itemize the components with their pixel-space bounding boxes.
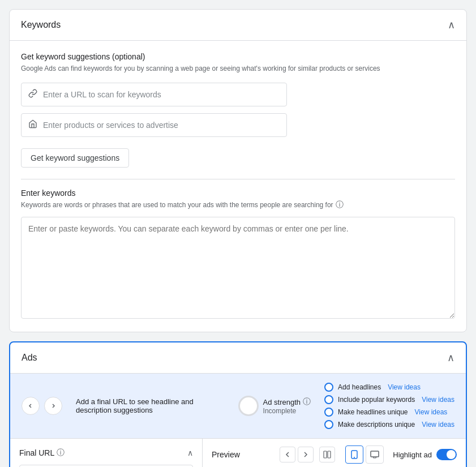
get-suggestions-button[interactable]: Get keyword suggestions — [21, 148, 129, 168]
view-ideas-link-2[interactable]: View ideas — [422, 396, 454, 404]
ads-inner-bar: Add a final URL to see headline and desc… — [10, 374, 466, 439]
preview-header: Preview — [212, 445, 457, 464]
svg-point-3 — [354, 457, 355, 458]
preview-prev-button[interactable] — [280, 447, 295, 462]
ad-strength-circle — [238, 396, 259, 416]
ads-headline-message: Add a final URL to see headline and desc… — [76, 397, 225, 414]
suggestion-item-1: Add headlines View ideas — [324, 383, 454, 392]
suggestion-radio-1 — [324, 383, 333, 392]
suggestion-item-3: Make headlines unique View ideas — [324, 408, 454, 417]
ad-strength-info: Ad strength ⓘ Incomplete — [263, 397, 311, 415]
url-input-wrapper — [21, 83, 287, 106]
svg-rect-1 — [328, 451, 331, 458]
ads-navigation — [22, 397, 62, 415]
highlight-toggle: Highlight ad — [393, 449, 457, 460]
suggestion-text-1: Add headlines — [338, 383, 381, 391]
suggestion-text-4: Make descriptions unique — [338, 421, 415, 429]
preview-nav — [280, 447, 314, 462]
suggestion-radio-2 — [324, 395, 333, 404]
store-icon — [28, 119, 37, 131]
keywords-section: Keywords ∧ Get keyword suggestions (opti… — [9, 9, 467, 332]
nav-prev-button[interactable] — [22, 397, 40, 415]
view-ideas-link-3[interactable]: View ideas — [415, 408, 448, 416]
products-input-wrapper — [21, 113, 287, 137]
ads-bottom: Final URL ⓘ ∧ This will be used to sugge… — [10, 439, 466, 467]
optional-heading: Get keyword suggestions (optional) — [21, 52, 455, 61]
final-url-label: Final URL ⓘ — [19, 448, 65, 458]
ads-title: Ads — [22, 353, 37, 363]
final-url-input-wrapper — [19, 465, 193, 467]
keywords-description: Google Ads can find keywords for you by … — [21, 63, 455, 74]
enter-keywords-label: Enter keywords — [21, 188, 455, 198]
ads-section: Ads ∧ Add a final URL to see headline an… — [9, 341, 467, 467]
products-input[interactable] — [43, 121, 280, 130]
suggestion-radio-4 — [324, 420, 333, 429]
suggestion-item-2: Include popular keywords View ideas — [324, 395, 454, 404]
ads-collapse-icon[interactable]: ∧ — [447, 352, 454, 364]
highlight-ad-label: Highlight ad — [393, 451, 432, 459]
final-url-panel: Final URL ⓘ ∧ This will be used to sugge… — [10, 439, 203, 467]
ad-strength-help-icon[interactable]: ⓘ — [303, 397, 311, 407]
enter-keywords-section: Enter keywords Keywords are words or phr… — [21, 188, 455, 320]
keywords-title: Keywords — [21, 20, 61, 30]
suggestion-text-3: Make headlines unique — [338, 408, 408, 416]
keywords-textarea[interactable] — [21, 217, 455, 319]
ad-strength-status: Incomplete — [263, 407, 311, 415]
preview-columns-button[interactable] — [319, 447, 335, 462]
preview-device-buttons — [345, 445, 384, 464]
preview-title: Preview — [212, 450, 240, 459]
divider — [21, 179, 455, 179]
mobile-preview-button[interactable] — [345, 445, 363, 464]
url-input[interactable] — [43, 90, 280, 99]
view-ideas-link-1[interactable]: View ideas — [388, 383, 421, 391]
suggestion-radio-3 — [324, 408, 333, 417]
desktop-preview-button[interactable] — [366, 445, 384, 464]
keywords-header: Keywords ∧ — [10, 10, 466, 41]
enter-keywords-description: Keywords are words or phrases that are u… — [21, 200, 455, 210]
keywords-collapse-icon[interactable]: ∧ — [448, 19, 455, 31]
final-url-header: Final URL ⓘ ∧ — [19, 448, 193, 458]
view-ideas-link-4[interactable]: View ideas — [422, 421, 454, 429]
keywords-help-icon[interactable]: ⓘ — [336, 200, 344, 210]
ad-strength-label: Ad strength ⓘ — [263, 397, 311, 407]
ad-strength-section: Ad strength ⓘ Incomplete — [238, 396, 311, 416]
svg-rect-4 — [371, 451, 379, 457]
preview-controls: Highlight ad — [280, 445, 457, 464]
final-url-help-icon[interactable]: ⓘ — [57, 448, 65, 458]
suggestion-item-4: Make descriptions unique View ideas — [324, 420, 454, 429]
keywords-content: Get keyword suggestions (optional) Googl… — [10, 41, 466, 332]
highlight-toggle-switch[interactable] — [436, 449, 457, 460]
ads-header: Ads ∧ — [10, 342, 466, 374]
suggestion-text-2: Include popular keywords — [338, 396, 415, 404]
nav-next-button[interactable] — [44, 397, 62, 415]
final-url-collapse-icon[interactable]: ∧ — [187, 448, 193, 457]
preview-next-button[interactable] — [298, 447, 314, 462]
preview-panel: Preview — [203, 439, 466, 467]
svg-rect-0 — [324, 451, 327, 458]
suggestions-list: Add headlines View ideas Include popular… — [324, 383, 454, 429]
link-icon — [28, 89, 37, 100]
